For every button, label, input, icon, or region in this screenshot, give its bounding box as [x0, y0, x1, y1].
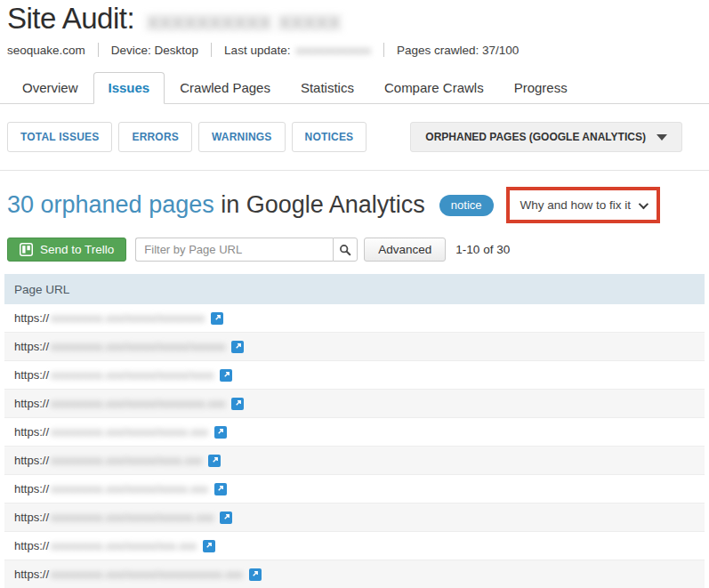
- filter-warnings-button[interactable]: WARNINGS: [198, 122, 286, 152]
- url-redacted: xxxxxxxxx.xxx/xxxxx/xxxxx.xxx: [51, 482, 208, 495]
- tab-progress[interactable]: Progress: [499, 72, 583, 104]
- url-redacted: xxxxxxxxx.xxx/xxxxx/xxxxxxxxxxx.xxx: [51, 568, 243, 581]
- filter-notices-button[interactable]: NOTICES: [292, 122, 367, 152]
- advanced-button[interactable]: Advanced: [364, 238, 446, 262]
- why-how-to-fix-label: Why and how to fix it: [520, 198, 632, 212]
- table-row: https://xxxxxxxxx.xxx/xxxxx/xxx.xxx: [4, 532, 705, 560]
- last-update-value-redacted: xxxxxxxxxxxxx: [295, 44, 371, 57]
- why-how-to-fix-link[interactable]: Why and how to fix it: [520, 198, 647, 212]
- trello-icon: [20, 243, 33, 256]
- external-link-icon[interactable]: [214, 483, 227, 495]
- site-audit-header: Site Audit: xxxxxxxxxx xxxxx: [0, 0, 709, 36]
- url-redacted: xxxxxxxxx.xxx/xxxxx/xxxxx.xxx: [51, 425, 208, 439]
- url-prefix: https://: [14, 539, 49, 552]
- filter-errors-button[interactable]: ERRORS: [118, 122, 192, 152]
- tab-crawled-pages[interactable]: Crawled Pages: [165, 72, 286, 104]
- chevron-down-icon: [639, 198, 649, 208]
- table-row: https://xxxxxxxxx.xxx/xxxxx/xxxxxxxx: [4, 304, 705, 333]
- divider: [0, 170, 709, 171]
- external-link-icon[interactable]: [231, 341, 244, 353]
- filter-page-url-input[interactable]: [135, 238, 333, 262]
- url-prefix: https://: [14, 568, 49, 581]
- project-name-redacted: xxxxxxxxxx xxxxx: [147, 6, 341, 36]
- audit-tabs: Overview Issues Crawled Pages Statistics…: [0, 71, 709, 104]
- issue-rest-text: in Google Analytics: [214, 191, 425, 218]
- url-redacted: xxxxxxxxx.xxx/xxxxx/xxxxx/xxxxxx: [51, 340, 225, 353]
- issue-heading: 30 orphaned pages in Google Analytics: [7, 191, 425, 219]
- chevron-down-icon: [657, 134, 667, 141]
- external-link-icon[interactable]: [208, 455, 221, 467]
- table-row: https://xxxxxxxxx.xxx/xxxxx/xxxxxxxxxxx.…: [4, 560, 705, 588]
- url-redacted: xxxxxxxxx.xxx/xxxxx/xxxxxxxx.xxx: [51, 397, 225, 410]
- search-icon: [339, 244, 351, 256]
- url-redacted: xxxxxxxxx.xxx/xxxxx/xxxxxxxx: [51, 311, 205, 325]
- table-body: https://xxxxxxxxx.xxx/xxxxx/xxxxxxxx htt…: [4, 304, 705, 588]
- table-row: https://xxxxxxxxx.xxx/xxxxx/xxxxx/xxxxxx: [4, 333, 705, 361]
- divider: [211, 43, 212, 57]
- tab-issues[interactable]: Issues: [93, 72, 165, 104]
- annotation-red-box: Why and how to fix it: [506, 187, 661, 223]
- tab-overview[interactable]: Overview: [7, 72, 93, 104]
- external-link-icon[interactable]: [220, 511, 232, 524]
- url-redacted: xxxxxxxxx.xxx/xxxxx/xxx.xxx: [51, 539, 197, 552]
- external-link-icon[interactable]: [220, 369, 232, 382]
- table-row: https://xxxxxxxxx.xxx/xxxxx/xxxxx/xxxx: [4, 361, 705, 390]
- url-prefix: https://: [14, 482, 49, 495]
- external-link-icon[interactable]: [231, 398, 244, 410]
- url-prefix: https://: [14, 311, 49, 325]
- url-redacted: xxxxxxxxx.xxx/xxxxx/xxxxxx.xxx: [51, 511, 214, 524]
- issue-filter-bar: TOTAL ISSUES ERRORS WARNINGS NOTICES ORP…: [0, 122, 709, 152]
- project-domain: seoquake.com: [7, 44, 85, 57]
- orphaned-pages-table: Page URL https://xxxxxxxxx.xxx/xxxxx/xxx…: [0, 274, 709, 588]
- pages-crawled-label: Pages crawled: 37/100: [397, 44, 519, 57]
- issue-type-dropdown[interactable]: ORPHANED PAGES (GOOGLE ANALYTICS): [410, 122, 682, 152]
- table-row: https://xxxxxxxxx.xxx/xxxxx/xxxx.xxx: [4, 447, 705, 475]
- table-row: https://xxxxxxxxx.xxx/xxxxx/xxxxxxxx.xxx: [4, 390, 705, 418]
- external-link-icon[interactable]: [203, 540, 215, 552]
- send-to-trello-button[interactable]: Send to Trello: [7, 238, 126, 262]
- audit-meta-bar: seoquake.com Device: Desktop Last update…: [0, 43, 709, 57]
- table-header-page-url: Page URL: [4, 274, 705, 304]
- last-update-label: Last update:: [224, 44, 290, 57]
- issue-type-dropdown-label: ORPHANED PAGES (GOOGLE ANALYTICS): [425, 131, 646, 143]
- divider: [98, 43, 99, 57]
- url-prefix: https://: [14, 511, 49, 524]
- url-redacted: xxxxxxxxx.xxx/xxxxx/xxxxx/xxxx: [51, 368, 214, 382]
- table-row: https://xxxxxxxxx.xxx/xxxxx/xxxxx.xxx: [4, 418, 705, 447]
- table-row: https://xxxxxxxxx.xxx/xxxxx/xxxxxx.xxx: [4, 503, 705, 532]
- url-prefix: https://: [14, 340, 49, 353]
- send-to-trello-label: Send to Trello: [40, 243, 114, 256]
- url-prefix: https://: [14, 425, 49, 439]
- external-link-icon[interactable]: [214, 426, 227, 439]
- results-range-label: 1-10 of 30: [455, 243, 510, 256]
- filter-total-issues-button[interactable]: TOTAL ISSUES: [7, 122, 112, 152]
- tab-statistics[interactable]: Statistics: [286, 72, 369, 104]
- device-label: Device: Desktop: [111, 44, 198, 57]
- issue-toolbar: Send to Trello Advanced 1-10 of 30: [0, 238, 709, 262]
- url-redacted: xxxxxxxxx.xxx/xxxxx/xxxx.xxx: [51, 454, 202, 467]
- page-title: Site Audit:: [7, 2, 134, 36]
- external-link-icon[interactable]: [211, 312, 223, 325]
- url-prefix: https://: [14, 368, 49, 382]
- table-row: https://xxxxxxxxx.xxx/xxxxx/xxxxx.xxx: [4, 475, 705, 503]
- url-prefix: https://: [14, 454, 49, 467]
- divider: [383, 43, 384, 57]
- external-link-icon[interactable]: [249, 568, 262, 581]
- search-button[interactable]: [333, 238, 358, 262]
- issue-heading-row: 30 orphaned pages in Google Analytics no…: [0, 187, 709, 223]
- notice-badge: notice: [439, 195, 494, 216]
- url-prefix: https://: [14, 397, 49, 410]
- issue-count-text: 30 orphaned pages: [7, 191, 214, 218]
- tab-compare-crawls[interactable]: Compare Crawls: [369, 72, 499, 104]
